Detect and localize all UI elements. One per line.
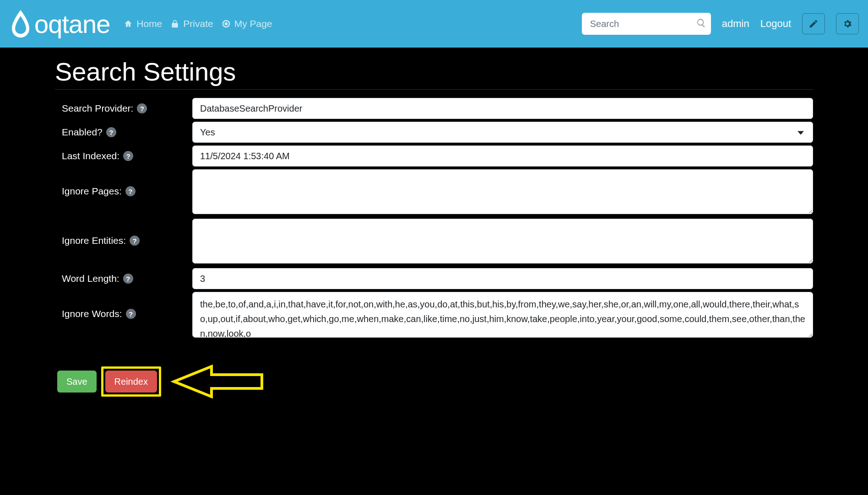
help-icon[interactable]: ? — [126, 309, 136, 319]
label-enabled: Enabled? ? — [55, 127, 192, 138]
nav-mypage[interactable]: My Page — [222, 18, 272, 29]
reindex-highlight: Reindex — [101, 366, 161, 397]
button-row: Save Reindex — [55, 365, 813, 398]
save-button[interactable]: Save — [57, 371, 97, 393]
nav-mypage-label: My Page — [234, 18, 272, 29]
help-icon[interactable]: ? — [123, 274, 133, 284]
target-icon — [222, 19, 231, 28]
word-length-field[interactable] — [192, 268, 813, 289]
logo[interactable]: oqtane — [9, 9, 110, 39]
row-enabled: Enabled? ? Yes — [55, 122, 813, 143]
search-provider-field[interactable] — [192, 98, 813, 119]
label-ignore-pages: Ignore Pages: ? — [55, 169, 192, 197]
nav-private-label: Private — [183, 18, 213, 29]
enabled-select[interactable]: Yes — [192, 122, 813, 143]
pencil-icon — [808, 19, 819, 29]
last-indexed-field[interactable] — [192, 145, 813, 167]
row-ignore-pages: Ignore Pages: ? — [55, 169, 813, 216]
reindex-button[interactable]: Reindex — [105, 371, 157, 393]
search-input[interactable] — [582, 13, 711, 35]
nav-home-label: Home — [136, 18, 162, 29]
row-word-length: Word Length: ? — [55, 268, 813, 289]
label-ignore-words: Ignore Words: ? — [55, 292, 192, 319]
row-last-indexed: Last Indexed: ? — [55, 145, 813, 167]
help-icon[interactable]: ? — [123, 151, 133, 161]
label-search-provider: Search Provider: ? — [55, 103, 192, 114]
logo-drop-icon — [9, 9, 32, 39]
row-search-provider: Search Provider: ? — [55, 98, 813, 119]
search-icon — [696, 18, 706, 28]
content: Search Settings Search Provider: ? Enabl… — [0, 48, 868, 398]
help-icon[interactable]: ? — [106, 127, 116, 137]
user-link[interactable]: admin — [722, 18, 749, 30]
row-ignore-words: Ignore Words: ? — [55, 292, 813, 339]
page-title: Search Settings — [55, 57, 813, 90]
row-ignore-entities: Ignore Entities: ? — [55, 219, 813, 265]
header: oqtane Home Private My Page admin Logout — [0, 0, 868, 48]
edit-button[interactable] — [802, 13, 825, 34]
label-ignore-entities: Ignore Entities: ? — [55, 219, 192, 246]
search-button[interactable] — [696, 18, 706, 30]
arrow-left-icon — [170, 365, 266, 398]
gear-icon — [842, 19, 852, 29]
label-word-length: Word Length: ? — [55, 273, 192, 284]
logo-text: oqtane — [34, 9, 110, 39]
help-icon[interactable]: ? — [130, 236, 140, 246]
label-last-indexed: Last Indexed: ? — [55, 151, 192, 161]
nav-private[interactable]: Private — [170, 18, 213, 29]
ignore-entities-field[interactable] — [192, 219, 813, 264]
help-icon[interactable]: ? — [125, 186, 136, 196]
lock-icon — [170, 19, 179, 28]
nav-links: Home Private My Page — [124, 18, 272, 29]
logout-link[interactable]: Logout — [760, 18, 791, 30]
help-icon[interactable]: ? — [137, 103, 147, 113]
settings-button[interactable] — [836, 13, 859, 34]
nav-home[interactable]: Home — [124, 18, 162, 29]
ignore-words-field[interactable] — [192, 292, 813, 338]
ignore-pages-field[interactable] — [192, 169, 813, 214]
svg-marker-0 — [174, 366, 262, 397]
search-box — [582, 13, 711, 35]
home-icon — [124, 19, 133, 28]
arrow-indicator — [170, 365, 266, 398]
header-right: admin Logout — [582, 13, 859, 35]
